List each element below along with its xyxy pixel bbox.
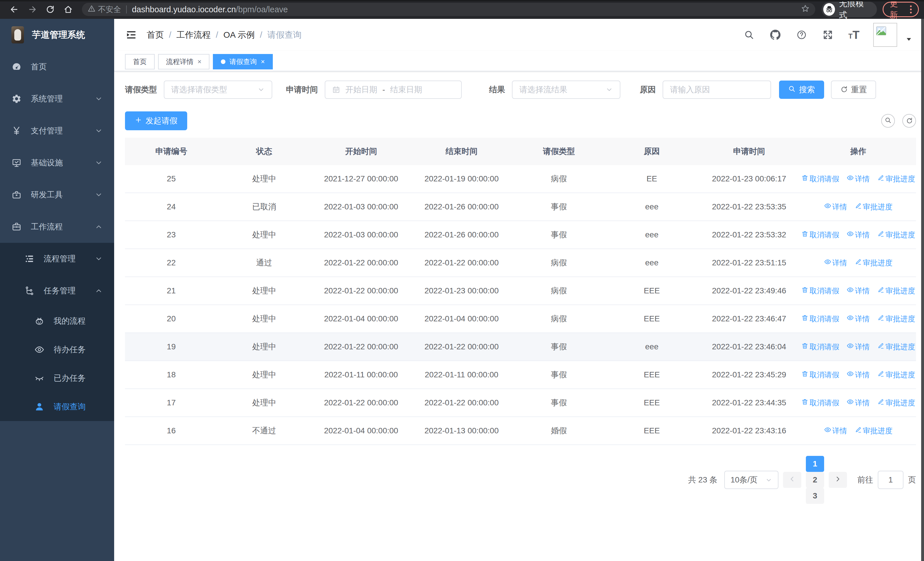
font-size-icon[interactable]: TT [848, 29, 860, 41]
avatar[interactable] [873, 23, 897, 47]
tab-close-icon[interactable]: × [198, 58, 201, 66]
detail-action-link[interactable]: 详情 [824, 202, 847, 212]
progress-action-link[interactable]: 审批进度 [877, 314, 915, 324]
sidebar-item-请假查询[interactable]: 请假查询 [0, 393, 114, 421]
breadcrumb: 首页/工作流程/OA 示例/请假查询 [147, 29, 302, 41]
page-button-2[interactable]: 2 [806, 472, 824, 488]
reset-button-label: 重置 [851, 84, 867, 95]
cell-end: 2022-01-13 00:00:00 [411, 426, 512, 435]
apply-time-label: 申请时间 [286, 84, 318, 95]
progress-action-link[interactable]: 审批进度 [877, 174, 915, 184]
sidebar-item-首页[interactable]: 首页 [0, 51, 114, 83]
sidebar-item-待办任务[interactable]: 待办任务 [0, 335, 114, 364]
cell-type: 事假 [512, 229, 606, 240]
help-icon[interactable] [796, 29, 807, 41]
browser-home-icon[interactable] [62, 3, 75, 16]
not-secure-indicator[interactable]: 不安全 [88, 4, 121, 15]
tab-首页[interactable]: 首页 [125, 54, 154, 69]
create-leave-button[interactable]: 发起请假 [125, 111, 187, 130]
leave-type-select[interactable]: 请选择请假类型 [164, 81, 272, 99]
search-button[interactable]: 搜索 [779, 81, 824, 99]
page-button-1[interactable]: 1 [806, 456, 824, 472]
cell-end: 2022-01-26 00:00:00 [411, 202, 512, 211]
browser-menu-icon[interactable] [910, 5, 912, 14]
cancel-action-link[interactable]: 取消请假 [801, 342, 839, 352]
progress-action-link[interactable]: 审批进度 [855, 258, 892, 268]
detail-action-link[interactable]: 详情 [847, 314, 870, 324]
header-search-icon[interactable] [743, 29, 755, 41]
table-row: 23处理中2022-01-03 00:00:002022-01-26 00:00… [125, 221, 916, 249]
progress-action-link[interactable]: 审批进度 [877, 230, 915, 240]
address-bar[interactable]: 不安全 dashboard.yudao.iocoder.cn/bpm/oa/le… [82, 3, 815, 16]
pagination: 共 23 条 10条/页 123 前往 页 [125, 456, 916, 504]
next-page-button[interactable] [829, 472, 847, 488]
cell-apply-time: 2022-01-22 23:51:15 [698, 258, 801, 267]
progress-action-link[interactable]: 审批进度 [855, 202, 892, 212]
progress-action-link[interactable]: 审批进度 [877, 286, 915, 296]
sidebar-item-流程管理[interactable]: 流程管理 [0, 243, 114, 275]
refresh-table-button[interactable] [902, 114, 916, 128]
sidebar-item-研发工具[interactable]: 研发工具 [0, 179, 114, 211]
detail-action-link[interactable]: 详情 [824, 258, 847, 268]
cancel-action-link[interactable]: 取消请假 [801, 398, 839, 408]
cancel-action-link[interactable]: 取消请假 [801, 314, 839, 324]
breadcrumb-item[interactable]: 工作流程 [176, 29, 211, 41]
action-label: 详情 [855, 342, 870, 352]
browser-forward-icon[interactable] [26, 3, 38, 16]
pen-icon [877, 314, 884, 323]
detail-action-link[interactable]: 详情 [847, 398, 870, 408]
bookmark-star-icon[interactable] [801, 4, 810, 15]
cell-apply-time: 2022-01-22 23:46:47 [698, 314, 801, 323]
page-size-select[interactable]: 10条/页 [724, 471, 778, 489]
result-select[interactable]: 请选择流结果 [512, 81, 620, 99]
reason-input[interactable] [670, 85, 764, 94]
sidebar-collapse-icon[interactable] [126, 29, 137, 41]
progress-action-link[interactable]: 审批进度 [855, 426, 892, 436]
detail-action-link[interactable]: 详情 [824, 426, 847, 436]
tab-流程详情[interactable]: 流程详情× [158, 54, 210, 69]
sidebar-item-任务管理[interactable]: 任务管理 [0, 275, 114, 307]
sidebar-item-label: 待办任务 [54, 344, 86, 355]
cancel-action-link[interactable]: 取消请假 [801, 370, 839, 380]
detail-action-link[interactable]: 详情 [847, 342, 870, 352]
page-scrollbar[interactable] [921, 19, 924, 561]
tab-请假查询[interactable]: 请假查询× [213, 54, 273, 69]
breadcrumb-item[interactable]: 首页 [147, 29, 164, 41]
sidebar-item-我的流程[interactable]: 我的流程 [0, 307, 114, 335]
warning-icon [88, 5, 96, 15]
sidebar-item-label: 支付管理 [31, 125, 63, 136]
goto-page-input[interactable] [878, 471, 903, 489]
sidebar-item-支付管理[interactable]: 支付管理 [0, 115, 114, 147]
cell-id: 21 [125, 286, 218, 295]
leave-type-label: 请假类型 [125, 84, 157, 95]
progress-action-link[interactable]: 审批进度 [877, 370, 915, 380]
sidebar-item-系统管理[interactable]: 系统管理 [0, 83, 114, 115]
toggle-search-button[interactable] [881, 114, 895, 128]
detail-action-link[interactable]: 详情 [847, 370, 870, 380]
progress-action-link[interactable]: 审批进度 [877, 342, 915, 352]
prev-page-button[interactable] [783, 472, 801, 488]
cell-end: 2022-01-19 00:00:00 [411, 174, 512, 183]
fullscreen-icon[interactable] [822, 29, 834, 41]
reset-button[interactable]: 重置 [831, 81, 876, 99]
sidebar-item-基础设施[interactable]: 基础设施 [0, 147, 114, 179]
breadcrumb-item[interactable]: OA 示例 [224, 29, 255, 41]
avatar-caret-down-icon[interactable] [905, 35, 913, 43]
github-icon[interactable] [770, 29, 781, 41]
browser-reload-icon[interactable] [44, 3, 57, 16]
tab-close-icon[interactable]: × [261, 58, 265, 66]
apply-time-range-picker[interactable]: 开始日期 - 结束日期 [325, 81, 462, 99]
cancel-action-link[interactable]: 取消请假 [801, 174, 839, 184]
detail-action-link[interactable]: 详情 [847, 174, 870, 184]
detail-action-link[interactable]: 详情 [847, 230, 870, 240]
chrome-update-button[interactable]: 更新 [883, 2, 919, 17]
cancel-action-link[interactable]: 取消请假 [801, 286, 839, 296]
sidebar-item-已办任务[interactable]: 已办任务 [0, 364, 114, 393]
column-header-状态: 状态 [218, 146, 311, 157]
sidebar-item-工作流程[interactable]: 工作流程 [0, 211, 114, 243]
detail-action-link[interactable]: 详情 [847, 286, 870, 296]
progress-action-link[interactable]: 审批进度 [877, 398, 915, 408]
page-button-3[interactable]: 3 [806, 488, 824, 504]
browser-back-icon[interactable] [8, 3, 20, 16]
cancel-action-link[interactable]: 取消请假 [801, 230, 839, 240]
